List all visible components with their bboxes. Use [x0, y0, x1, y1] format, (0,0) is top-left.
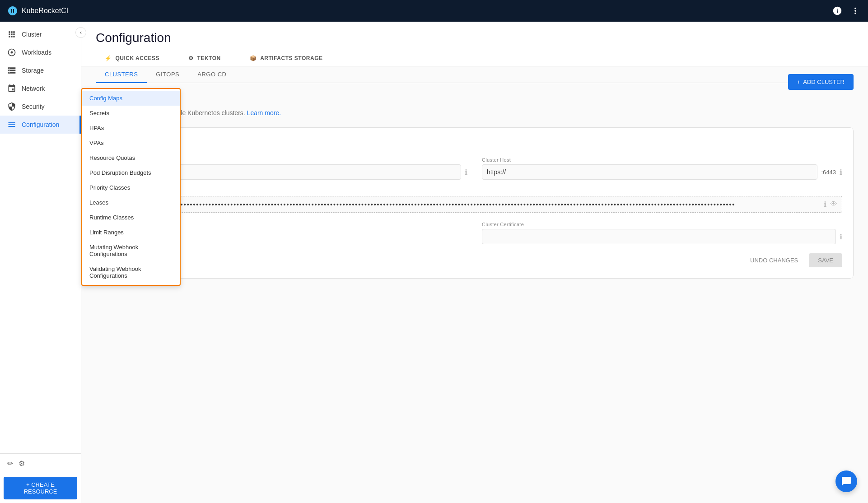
cluster-certificate-input[interactable] [482, 229, 836, 244]
artifacts-icon: 📦 [250, 55, 257, 61]
tab-clusters[interactable]: CLUSTERS [96, 66, 147, 83]
cluster-actions: 🗑 UNDO CHANGES SAVE [107, 253, 842, 267]
tekton-item[interactable]: ⚙ TEKTON [179, 51, 230, 66]
sidebar-item-network-label: Network [22, 85, 45, 92]
tab-gitops[interactable]: GITOPS [147, 66, 188, 83]
cluster-certificate-field: Cluster Certificate ℹ [482, 222, 842, 244]
cluster-host-input[interactable] [482, 164, 817, 180]
cluster-token-input-row: ••••••••••••••••••••••••••••••••••••••••… [107, 196, 842, 213]
quick-access-item[interactable]: ⚡ QUICK ACCESS [96, 51, 168, 66]
page-title: Configuration [96, 31, 854, 45]
tekton-icon: ⚙ [188, 55, 194, 61]
main-layout: ‹ Cluster Workloads Storage Network Secu… [0, 22, 868, 503]
dropdown-item-limit-ranges[interactable]: Limit Ranges [82, 225, 180, 240]
cluster-card-okd: okd Cluster Name ℹ Cluster Host [96, 127, 854, 279]
configuration-dropdown: Config Maps Secrets HPAs VPAs Resource Q… [81, 88, 181, 286]
cluster-icon [7, 30, 16, 39]
cluster-host-label: Cluster Host [482, 157, 842, 163]
sidebar-collapse-button[interactable]: ‹ [75, 27, 86, 38]
cluster-cert-info-icon[interactable]: ℹ [840, 233, 842, 241]
token-info-icon[interactable]: ℹ [824, 200, 826, 209]
dropdown-item-hpas[interactable]: HPAs [82, 121, 180, 135]
dropdown-item-config-maps[interactable]: Config Maps [82, 91, 180, 106]
page-header-area: Configuration ⚡ QUICK ACCESS ⚙ TEKTON 📦 … [81, 22, 868, 66]
cluster-actions-right: UNDO CHANGES SAVE [745, 253, 842, 267]
dropdown-item-vpas[interactable]: VPAs [82, 135, 180, 150]
clusters-section: Clusters Scale workloads across multiple… [96, 83, 854, 289]
sidebar-items: Cluster Workloads Storage Network Securi… [0, 22, 81, 453]
svg-point-0 [11, 51, 13, 54]
cluster-host-field: Cluster Host :6443 ℹ [482, 157, 842, 180]
sidebar-item-cluster-label: Cluster [22, 31, 42, 38]
security-icon [7, 102, 16, 111]
quick-access-icon: ⚡ [105, 55, 112, 61]
sidebar-item-network[interactable]: Network [0, 79, 81, 98]
dropdown-item-secrets[interactable]: Secrets [82, 106, 180, 121]
cluster-host-suffix: :6443 [821, 169, 836, 176]
artifacts-label: ARTIFACTS STORAGE [260, 55, 322, 61]
create-resource-button[interactable]: + CREATE RESOURCE [4, 477, 77, 499]
dropdown-item-priority-classes[interactable]: Priority Classes [82, 180, 180, 195]
sidebar-item-security[interactable]: Security [0, 98, 81, 116]
dropdown-item-leases[interactable]: Leases [82, 195, 180, 210]
pen-icon[interactable]: ✏ [7, 459, 13, 468]
quick-access-label: QUICK ACCESS [116, 55, 160, 61]
sidebar-item-storage-label: Storage [22, 67, 44, 74]
sidebar-item-storage[interactable]: Storage [0, 61, 81, 79]
cluster-host-input-row: :6443 ℹ [482, 164, 842, 180]
configuration-icon [7, 120, 16, 129]
workloads-icon [7, 48, 16, 57]
chat-button[interactable] [835, 470, 857, 492]
top-nav-icons [832, 5, 861, 16]
main-content: Configuration ⚡ QUICK ACCESS ⚙ TEKTON 📦 … [81, 22, 868, 503]
cluster-name-info-icon[interactable]: ℹ [465, 168, 467, 177]
app-logo: KubeRocketCI [7, 5, 68, 16]
cluster-host-info-icon[interactable]: ℹ [840, 168, 842, 177]
add-cluster-plus-icon: + [797, 79, 801, 85]
artifacts-storage-item[interactable]: 📦 ARTIFACTS STORAGE [241, 51, 332, 66]
token-icons: ℹ 👁 [824, 200, 837, 209]
dropdown-item-resource-quotas[interactable]: Resource Quotas [82, 150, 180, 165]
sidebar: ‹ Cluster Workloads Storage Network Secu… [0, 22, 81, 503]
tab-argo-cd[interactable]: ARGO CD [188, 66, 235, 83]
dropdown-item-pod-disruption[interactable]: Pod Disruption Budgets [82, 165, 180, 180]
sidebar-item-workloads-label: Workloads [22, 49, 51, 56]
sidebar-item-workloads[interactable]: Workloads [0, 43, 81, 61]
tabs-bar: CLUSTERS GITOPS ARGO CD [96, 66, 854, 83]
settings-icon[interactable]: ⚙ [19, 459, 25, 468]
rocket-icon [7, 5, 18, 16]
cluster-certificate-label: Cluster Certificate [482, 222, 842, 227]
cluster-token-field: Cluster Token ••••••••••••••••••••••••••… [107, 189, 842, 213]
sidebar-item-configuration-label: Configuration [22, 121, 59, 128]
undo-changes-button[interactable]: UNDO CHANGES [745, 253, 803, 267]
sidebar-bottom: ✏ ⚙ [0, 453, 81, 473]
add-cluster-label: ADD CLUSTER [803, 79, 845, 85]
learn-more-link[interactable]: Learn more. [247, 109, 281, 116]
sidebar-item-configuration[interactable]: Configuration [0, 116, 81, 134]
token-visibility-icon[interactable]: 👁 [830, 200, 837, 209]
tekton-label: TEKTON [197, 55, 221, 61]
sidebar-item-security-label: Security [22, 103, 45, 110]
add-cluster-button[interactable]: + ADD CLUSTER [788, 74, 854, 90]
dropdown-item-mutating-webhook[interactable]: Mutating Webhook Configurations [82, 240, 180, 261]
sidebar-item-cluster[interactable]: Cluster [0, 25, 81, 43]
top-navigation: KubeRocketCI [0, 0, 868, 22]
cluster-token-label: Cluster Token [107, 189, 842, 194]
cluster-fields-grid: Cluster Name ℹ Cluster Host :6443 [107, 157, 842, 244]
dropdown-item-runtime-classes[interactable]: Runtime Classes [82, 210, 180, 225]
app-name: KubeRocketCI [22, 7, 68, 15]
cluster-token-dots: ••••••••••••••••••••••••••••••••••••••••… [112, 201, 824, 208]
save-button[interactable]: SAVE [809, 253, 842, 267]
dropdown-item-validating-webhook[interactable]: Validating Webhook Configurations [82, 261, 180, 283]
cluster-cert-input-row: ℹ [482, 229, 842, 244]
chat-icon [841, 476, 852, 487]
cluster-card-name: okd [107, 139, 842, 148]
info-icon[interactable] [832, 5, 843, 16]
storage-icon [7, 66, 16, 75]
network-icon [7, 84, 16, 93]
more-icon[interactable] [850, 5, 861, 16]
